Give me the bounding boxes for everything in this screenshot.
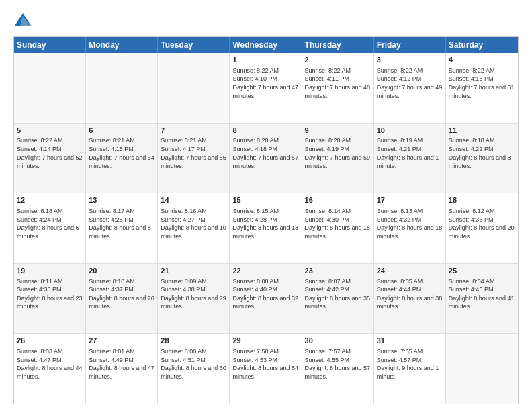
cell-info: Sunrise: 8:11 AM Sunset: 4:35 PM Dayligh…	[17, 277, 83, 311]
calendar-cell: 14Sunrise: 8:16 AM Sunset: 4:27 PM Dayli…	[158, 193, 230, 263]
calendar-cell: 4Sunrise: 8:22 AM Sunset: 4:13 PM Daylig…	[446, 53, 518, 123]
cell-info: Sunrise: 8:20 AM Sunset: 4:19 PM Dayligh…	[305, 136, 371, 170]
calendar-cell	[86, 53, 158, 123]
cell-info: Sunrise: 8:19 AM Sunset: 4:21 PM Dayligh…	[377, 136, 443, 170]
weekday-header: Wednesday	[230, 37, 302, 53]
calendar-cell: 18Sunrise: 8:12 AM Sunset: 4:33 PM Dayli…	[446, 193, 518, 263]
calendar-cell: 3Sunrise: 8:22 AM Sunset: 4:12 PM Daylig…	[374, 53, 446, 123]
cell-info: Sunrise: 7:55 AM Sunset: 4:57 PM Dayligh…	[377, 347, 443, 381]
calendar: SundayMondayTuesdayWednesdayThursdayFrid…	[13, 36, 519, 404]
day-number: 24	[377, 266, 443, 276]
cell-info: Sunrise: 7:57 AM Sunset: 4:55 PM Dayligh…	[305, 347, 371, 381]
day-number: 12	[17, 195, 83, 205]
calendar-cell: 16Sunrise: 8:14 AM Sunset: 4:30 PM Dayli…	[302, 193, 374, 263]
day-number: 21	[161, 266, 226, 276]
day-number: 4	[449, 55, 515, 65]
cell-info: Sunrise: 8:10 AM Sunset: 4:37 PM Dayligh…	[89, 277, 154, 311]
day-number: 22	[232, 266, 298, 276]
cell-info: Sunrise: 8:01 AM Sunset: 4:49 PM Dayligh…	[89, 347, 154, 381]
cell-info: Sunrise: 8:09 AM Sunset: 4:38 PM Dayligh…	[161, 277, 226, 311]
calendar-cell: 11Sunrise: 8:18 AM Sunset: 4:22 PM Dayli…	[446, 124, 518, 193]
day-number: 15	[232, 195, 298, 205]
day-number: 8	[232, 126, 298, 136]
cell-info: Sunrise: 8:21 AM Sunset: 4:17 PM Dayligh…	[161, 136, 226, 170]
day-number: 19	[17, 266, 83, 276]
calendar-cell: 15Sunrise: 8:15 AM Sunset: 4:28 PM Dayli…	[230, 193, 302, 263]
calendar-body: 1Sunrise: 8:22 AM Sunset: 4:10 PM Daylig…	[14, 53, 518, 404]
calendar-cell: 26Sunrise: 8:03 AM Sunset: 4:47 PM Dayli…	[14, 334, 86, 404]
header	[13, 11, 519, 30]
day-number: 14	[161, 195, 226, 205]
cell-info: Sunrise: 8:15 AM Sunset: 4:28 PM Dayligh…	[232, 207, 298, 240]
weekday-header: Saturday	[446, 37, 518, 53]
calendar-header: SundayMondayTuesdayWednesdayThursdayFrid…	[14, 37, 518, 53]
cell-info: Sunrise: 8:22 AM Sunset: 4:12 PM Dayligh…	[377, 66, 443, 100]
calendar-cell	[446, 334, 518, 404]
calendar-cell: 20Sunrise: 8:10 AM Sunset: 4:37 PM Dayli…	[86, 264, 158, 334]
calendar-cell: 12Sunrise: 8:18 AM Sunset: 4:24 PM Dayli…	[14, 193, 86, 263]
cell-info: Sunrise: 8:22 AM Sunset: 4:11 PM Dayligh…	[305, 66, 371, 100]
calendar-cell: 23Sunrise: 8:07 AM Sunset: 4:42 PM Dayli…	[302, 264, 374, 334]
cell-info: Sunrise: 8:00 AM Sunset: 4:51 PM Dayligh…	[161, 347, 226, 381]
calendar-cell: 19Sunrise: 8:11 AM Sunset: 4:35 PM Dayli…	[14, 264, 86, 334]
calendar-cell: 17Sunrise: 8:13 AM Sunset: 4:32 PM Dayli…	[374, 193, 446, 263]
day-number: 26	[17, 336, 83, 346]
calendar-cell: 21Sunrise: 8:09 AM Sunset: 4:38 PM Dayli…	[158, 264, 230, 334]
cell-info: Sunrise: 7:58 AM Sunset: 4:53 PM Dayligh…	[232, 347, 298, 381]
calendar-cell	[14, 53, 86, 123]
calendar-cell: 5Sunrise: 8:22 AM Sunset: 4:14 PM Daylig…	[14, 124, 86, 193]
cell-info: Sunrise: 8:05 AM Sunset: 4:44 PM Dayligh…	[377, 277, 443, 311]
cell-info: Sunrise: 8:22 AM Sunset: 4:14 PM Dayligh…	[17, 136, 83, 170]
cell-info: Sunrise: 8:22 AM Sunset: 4:13 PM Dayligh…	[449, 66, 515, 100]
day-number: 1	[232, 55, 298, 65]
day-number: 7	[161, 126, 226, 136]
cell-info: Sunrise: 8:03 AM Sunset: 4:47 PM Dayligh…	[17, 347, 83, 381]
calendar-cell: 6Sunrise: 8:21 AM Sunset: 4:15 PM Daylig…	[86, 124, 158, 193]
cell-info: Sunrise: 8:12 AM Sunset: 4:33 PM Dayligh…	[449, 207, 515, 240]
day-number: 2	[305, 55, 371, 65]
calendar-cell: 29Sunrise: 7:58 AM Sunset: 4:53 PM Dayli…	[230, 334, 302, 404]
day-number: 10	[377, 126, 443, 136]
cell-info: Sunrise: 8:04 AM Sunset: 4:46 PM Dayligh…	[449, 277, 515, 311]
cell-info: Sunrise: 8:21 AM Sunset: 4:15 PM Dayligh…	[89, 136, 154, 170]
logo	[13, 11, 35, 30]
cell-info: Sunrise: 8:16 AM Sunset: 4:27 PM Dayligh…	[161, 207, 226, 240]
calendar-cell: 25Sunrise: 8:04 AM Sunset: 4:46 PM Dayli…	[446, 264, 518, 334]
calendar-cell: 9Sunrise: 8:20 AM Sunset: 4:19 PM Daylig…	[302, 124, 374, 193]
calendar-cell: 10Sunrise: 8:19 AM Sunset: 4:21 PM Dayli…	[374, 124, 446, 193]
day-number: 29	[232, 336, 298, 346]
cell-info: Sunrise: 8:22 AM Sunset: 4:10 PM Dayligh…	[232, 66, 298, 100]
calendar-cell: 7Sunrise: 8:21 AM Sunset: 4:17 PM Daylig…	[158, 124, 230, 193]
weekday-header: Tuesday	[158, 37, 230, 53]
calendar-cell: 31Sunrise: 7:55 AM Sunset: 4:57 PM Dayli…	[374, 334, 446, 404]
calendar-cell: 28Sunrise: 8:00 AM Sunset: 4:51 PM Dayli…	[158, 334, 230, 404]
day-number: 16	[305, 195, 371, 205]
day-number: 13	[89, 195, 154, 205]
cell-info: Sunrise: 8:18 AM Sunset: 4:22 PM Dayligh…	[449, 136, 515, 170]
calendar-cell: 13Sunrise: 8:17 AM Sunset: 4:25 PM Dayli…	[86, 193, 158, 263]
day-number: 20	[89, 266, 154, 276]
day-number: 17	[377, 195, 443, 205]
cell-info: Sunrise: 8:20 AM Sunset: 4:18 PM Dayligh…	[232, 136, 298, 170]
day-number: 27	[89, 336, 154, 346]
calendar-row: 1Sunrise: 8:22 AM Sunset: 4:10 PM Daylig…	[14, 53, 518, 123]
page: SundayMondayTuesdayWednesdayThursdayFrid…	[0, 0, 532, 411]
day-number: 11	[449, 126, 515, 136]
weekday-header: Friday	[374, 37, 446, 53]
weekday-header: Thursday	[302, 37, 374, 53]
day-number: 25	[449, 266, 515, 276]
logo-icon	[13, 11, 32, 30]
calendar-row: 5Sunrise: 8:22 AM Sunset: 4:14 PM Daylig…	[14, 123, 518, 193]
day-number: 23	[305, 266, 371, 276]
day-number: 31	[377, 336, 443, 346]
calendar-cell: 30Sunrise: 7:57 AM Sunset: 4:55 PM Dayli…	[302, 334, 374, 404]
calendar-cell	[158, 53, 230, 123]
weekday-header: Sunday	[14, 37, 86, 53]
cell-info: Sunrise: 8:07 AM Sunset: 4:42 PM Dayligh…	[305, 277, 371, 311]
cell-info: Sunrise: 8:13 AM Sunset: 4:32 PM Dayligh…	[377, 207, 443, 240]
day-number: 30	[305, 336, 371, 346]
calendar-cell: 24Sunrise: 8:05 AM Sunset: 4:44 PM Dayli…	[374, 264, 446, 334]
day-number: 5	[17, 126, 83, 136]
cell-info: Sunrise: 8:18 AM Sunset: 4:24 PM Dayligh…	[17, 207, 83, 240]
calendar-row: 12Sunrise: 8:18 AM Sunset: 4:24 PM Dayli…	[14, 193, 518, 263]
